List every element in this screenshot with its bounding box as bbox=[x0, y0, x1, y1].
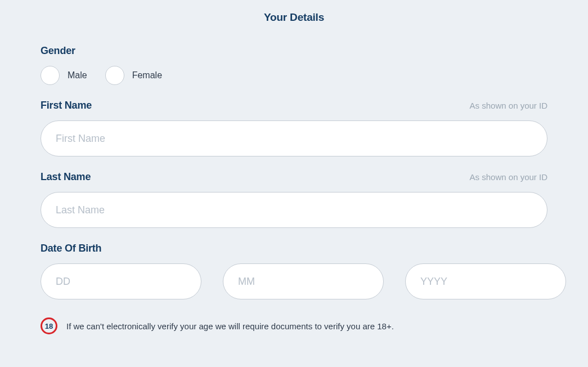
firstname-label: First Name bbox=[41, 100, 92, 111]
gender-radio-male[interactable]: Male bbox=[41, 66, 87, 85]
firstname-section: First Name As shown on your ID bbox=[41, 100, 547, 156]
lastname-input[interactable] bbox=[41, 192, 547, 228]
lastname-label: Last Name bbox=[41, 171, 91, 183]
dob-label: Date Of Birth bbox=[41, 243, 101, 254]
lastname-section: Last Name As shown on your ID bbox=[41, 171, 547, 228]
dob-month-input[interactable] bbox=[223, 263, 384, 299]
radio-circle-icon[interactable] bbox=[41, 66, 60, 85]
gender-radio-female-label: Female bbox=[132, 70, 162, 80]
gender-label: Gender bbox=[41, 45, 75, 57]
page-title: Your Details bbox=[41, 11, 547, 24]
gender-radio-group: Male Female bbox=[41, 66, 547, 85]
radio-circle-icon[interactable] bbox=[105, 66, 124, 85]
gender-radio-male-label: Male bbox=[68, 70, 87, 80]
age-notice: 18 If we can't electronically verify you… bbox=[41, 317, 547, 334]
gender-radio-female[interactable]: Female bbox=[105, 66, 162, 85]
firstname-hint: As shown on your ID bbox=[470, 101, 547, 110]
age-badge-icon: 18 bbox=[41, 317, 57, 334]
gender-section: Gender Male Female bbox=[41, 45, 547, 85]
dob-day-input[interactable] bbox=[41, 263, 201, 299]
dob-year-input[interactable] bbox=[405, 263, 566, 299]
dob-section: Date Of Birth bbox=[41, 243, 547, 299]
lastname-hint: As shown on your ID bbox=[470, 172, 547, 182]
age-notice-text: If we can't electronically verify your a… bbox=[66, 321, 394, 331]
firstname-input[interactable] bbox=[41, 120, 547, 156]
